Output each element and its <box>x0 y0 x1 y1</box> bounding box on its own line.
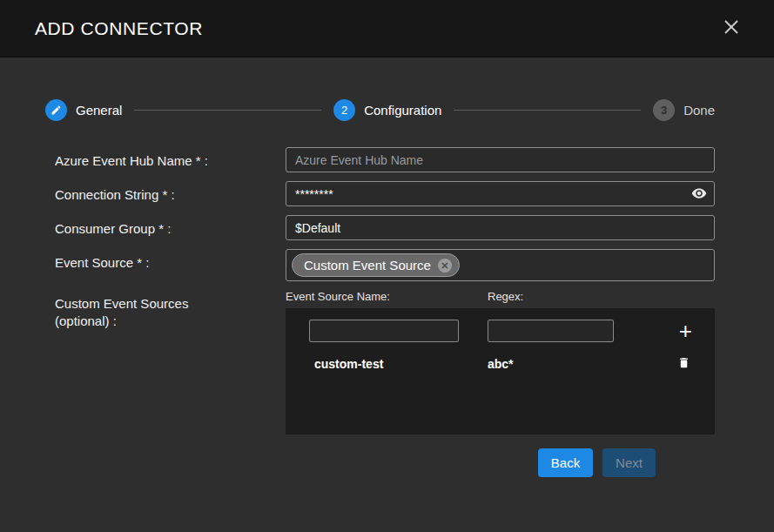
event-source-chip: Custom Event Source ✕ <box>292 253 460 277</box>
custom-source-name-input[interactable] <box>309 320 459 342</box>
modal-header: ADD CONNECTOR <box>0 0 774 57</box>
event-hub-name-label: Azure Event Hub Name * : <box>55 147 286 172</box>
consumer-group-input[interactable] <box>286 215 715 240</box>
custom-source-regex-value: abc* <box>488 357 664 371</box>
name-column-header: Event Source Name: <box>286 290 488 303</box>
modal-footer: Back Next <box>55 434 715 477</box>
delete-custom-source-button[interactable] <box>674 355 694 373</box>
consumer-group-label: Consumer Group * : <box>55 215 286 240</box>
custom-source-name-value: custom-test <box>309 357 488 371</box>
field-row-consumer-group: Consumer Group * : <box>55 215 715 240</box>
event-hub-name-input[interactable] <box>286 147 715 172</box>
step-configuration-label: Configuration <box>364 103 441 118</box>
custom-event-sources-section: Custom Event Sources (optional) : Event … <box>55 290 715 434</box>
regex-column-header: Regex: <box>488 290 523 303</box>
custom-source-regex-input[interactable] <box>488 320 614 342</box>
add-custom-source-button[interactable]: + <box>677 321 694 340</box>
step-configuration[interactable]: 2 Configuration <box>333 99 441 121</box>
stepper-line <box>454 110 641 111</box>
custom-event-sources-label: Custom Event Sources (optional) : <box>55 290 286 434</box>
field-row-event-source: Event Source * : Custom Event Source ✕ <box>55 249 715 281</box>
eye-icon <box>691 185 707 204</box>
chip-remove-icon[interactable]: ✕ <box>438 259 452 273</box>
field-row-event-hub-name: Azure Event Hub Name * : <box>55 147 715 172</box>
show-password-button[interactable] <box>690 185 708 203</box>
step-done: 3 Done <box>653 99 715 121</box>
edit-icon <box>45 99 67 121</box>
event-source-chip-label: Custom Event Source <box>304 258 431 273</box>
connection-string-label: Connection String * : <box>55 181 286 206</box>
step-done-label: Done <box>683 103 715 118</box>
modal-title: ADD CONNECTOR <box>35 18 203 39</box>
custom-source-row: custom-test abc* <box>309 355 694 373</box>
close-icon <box>723 18 740 38</box>
connection-string-input[interactable] <box>286 181 715 206</box>
event-source-label: Event Source * : <box>55 249 286 281</box>
step-done-number: 3 <box>653 99 675 121</box>
step-general-label: General <box>76 103 122 118</box>
custom-sources-column-headers: Event Source Name: Regex: <box>286 290 715 303</box>
step-general[interactable]: General <box>45 99 122 121</box>
back-button[interactable]: Back <box>538 448 593 477</box>
field-row-connection-string: Connection String * : <box>55 181 715 206</box>
step-configuration-number: 2 <box>333 99 355 121</box>
add-connector-modal: ADD CONNECTOR General 2 Configuration 3 … <box>0 0 774 532</box>
custom-source-entry-row: + <box>309 320 694 342</box>
close-button[interactable] <box>720 17 743 40</box>
stepper: General 2 Configuration 3 Done <box>45 99 715 121</box>
trash-icon <box>677 360 690 373</box>
event-source-select[interactable]: Custom Event Source ✕ <box>286 249 715 281</box>
custom-sources-panel: + custom-test abc* <box>286 308 715 434</box>
stepper-line <box>134 110 321 111</box>
next-button[interactable]: Next <box>602 448 656 477</box>
connector-form: Azure Event Hub Name * : Connection Stri… <box>0 147 774 477</box>
